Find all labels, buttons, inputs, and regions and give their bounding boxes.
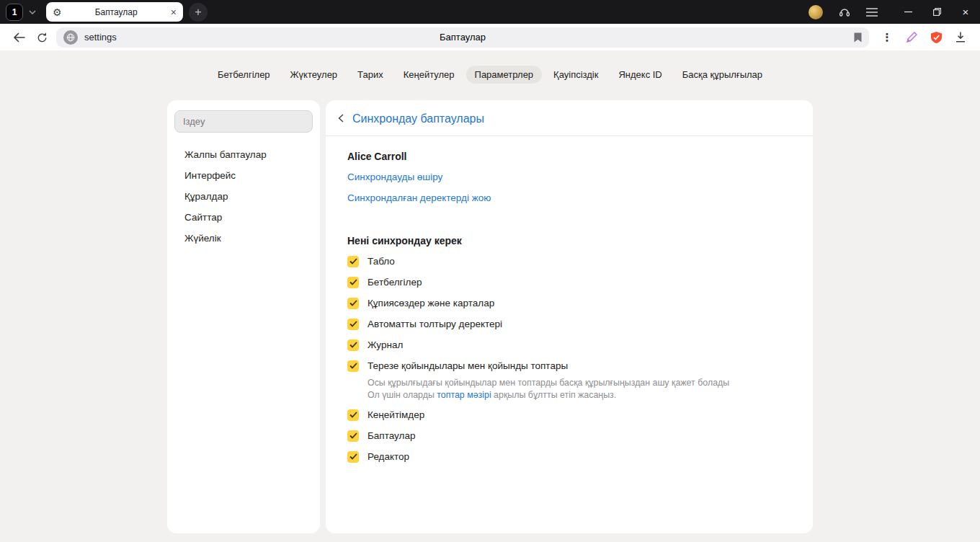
checkbox-checked-icon[interactable] [347,256,359,267]
what-to-sync-title: Нені синхрондау керек [347,235,791,246]
bookmark-button[interactable] [854,32,862,45]
sync-option-label: Құпиясөздер және карталар [368,298,494,308]
tabs-sync-note-line2: Ол үшін оларды топтар мәзірі арқылы бұлт… [368,389,791,401]
url-menu-button[interactable]: ⋮ [875,27,899,48]
new-tab-button[interactable]: + [189,3,208,22]
settings-page: Бетбелгілер Жүктеулер Тарих Кеңейтулер П… [0,50,980,542]
sync-option-passwords-cards[interactable]: Құпиясөздер және карталар [347,293,791,314]
sync-option-tableau[interactable]: Табло [347,251,791,272]
back-button[interactable] [7,27,30,48]
sync-option-label: Баптаулар [368,430,415,441]
sidebar-list: Жалпы баптаулар Интерфейс Құралдар Сайтт… [174,144,313,249]
checkbox-checked-icon[interactable] [347,430,359,442]
checkbox-checked-icon[interactable] [347,319,359,330]
titlebar-right: × [808,0,980,24]
tab-downloads[interactable]: Жүктеулер [282,66,347,84]
checkbox-checked-icon[interactable] [347,409,359,421]
sync-option-window-tabs[interactable]: Терезе қойындылары мен қойынды топтары [347,355,791,376]
sync-options-list: Табло Бетбелгілер Құпиясөздер және карта… [347,251,791,467]
window-close-button[interactable]: × [951,0,980,24]
sync-option-bookmarks[interactable]: Бетбелгілер [347,272,791,293]
sidebar-item-tools[interactable]: Құралдар [174,186,313,207]
sync-option-editor[interactable]: Редактор [347,446,791,467]
reload-button[interactable] [30,27,53,48]
checkbox-checked-icon[interactable] [347,339,359,351]
sidebar-item-interface[interactable]: Интерфейс [174,165,313,186]
sync-option-autofill[interactable]: Автоматты толтыру деректері [347,314,791,334]
sidebar-item-sites[interactable]: Сайттар [174,207,313,228]
arrow-left-icon [13,32,25,43]
protect-shield-button[interactable] [924,27,948,48]
tab-counter-button[interactable]: 1 [6,4,23,21]
tabs-sync-note-line1: Осы құрылғыдағы қойындылар мен топтарды … [368,377,791,389]
back-to-settings-button[interactable] [338,112,344,125]
sync-option-settings[interactable]: Баптаулар [347,425,791,446]
restore-icon [933,8,941,16]
sync-option-history[interactable]: Журнал [347,334,791,355]
tab-yandex-id[interactable]: Яндекс ID [610,66,670,84]
user-avatar[interactable] [808,5,823,19]
active-browser-tab[interactable]: ⚙ Баптаулар × [46,2,183,22]
chevron-left-icon [338,114,344,123]
site-info-badge[interactable] [63,30,78,45]
checkbox-checked-icon[interactable] [347,360,359,372]
tab-close-icon[interactable]: × [171,7,177,17]
tab-title: Баптаулар [66,7,166,17]
browser-menu-button[interactable] [866,8,878,17]
content-area: Жалпы баптаулар Интерфейс Құралдар Сайтт… [0,100,980,533]
voice-assistant-button[interactable] [839,6,850,17]
tab-other-devices[interactable]: Басқа құрылғылар [674,66,771,84]
download-icon [956,32,966,43]
minimize-icon [904,8,912,16]
headset-icon [839,6,850,17]
sync-option-extensions[interactable]: Кеңейтімдер [347,404,791,425]
sync-settings-body: Alice Carroll Синхрондауды өшіру Синхрон… [326,136,813,467]
page-title: Баптаулар [440,32,486,43]
checkbox-checked-icon[interactable] [347,277,359,288]
settings-sidebar: Жалпы баптаулар Интерфейс Құралдар Сайтт… [167,100,320,533]
window-restore-button[interactable] [922,0,951,24]
search-input[interactable] [174,110,313,133]
tab-list-chevron-button[interactable] [24,10,40,14]
tab-extensions[interactable]: Кеңейтулер [395,66,463,84]
sync-option-label: Автоматты толтыру деректері [368,319,502,329]
tab-history[interactable]: Тарих [349,66,392,84]
sync-settings-title: Синхрондау баптаулары [352,112,484,125]
checkbox-checked-icon[interactable] [347,298,359,309]
toolbar: settings Баптаулар ⋮ [0,24,980,50]
tab-bookmarks[interactable]: Бетбелгілер [209,66,279,84]
titlebar: 1 ⚙ Баптаулар × + [0,0,980,24]
sync-settings-header: Синхрондау баптаулары [326,100,813,136]
sync-option-label: Терезе қойындылары мен қойынды топтары [368,360,568,371]
sync-option-label: Бетбелгілер [368,277,422,288]
shield-icon [931,32,942,43]
pen-icon [906,32,917,43]
disable-sync-link[interactable]: Синхрондауды өшіру [347,172,791,183]
globe-icon [66,33,75,42]
sync-option-label: Журнал [368,339,403,350]
sync-settings-panel: Синхрондау баптаулары Alice Carroll Синх… [326,100,813,533]
downloads-button[interactable] [948,27,973,48]
window-minimize-button[interactable] [894,0,922,24]
tab-security[interactable]: Қауіпсіздік [545,66,607,84]
groups-menu-link[interactable]: топтар мәзірі [437,390,491,400]
browser-window: 1 ⚙ Баптаулар × + [0,0,980,542]
sidebar-item-system[interactable]: Жүйелік [174,228,313,249]
note-text-suffix: арқылы бұлтты етіп жасаңыз. [491,390,617,400]
url-text: settings [84,32,117,43]
settings-nav-tabs: Бетбелгілер Жүктеулер Тарих Кеңейтулер П… [0,50,980,84]
bookmark-flag-icon [854,32,862,43]
editor-pen-button[interactable] [899,27,924,48]
reload-icon [37,32,48,43]
sync-option-label: Табло [368,256,395,267]
sync-option-label: Кеңейтімдер [368,409,424,420]
sync-option-label: Редактор [368,451,409,462]
tab-settings[interactable]: Параметрлер [466,66,543,84]
sidebar-item-general[interactable]: Жалпы баптаулар [174,144,313,165]
account-name: Alice Carroll [347,151,791,162]
chevron-down-icon [29,10,36,14]
checkbox-checked-icon[interactable] [347,451,359,463]
delete-synced-data-link[interactable]: Синхрондалған деректерді жою [347,192,791,204]
note-text-prefix: Ол үшін оларды [368,390,437,400]
url-bar[interactable]: settings Баптаулар [56,27,869,48]
